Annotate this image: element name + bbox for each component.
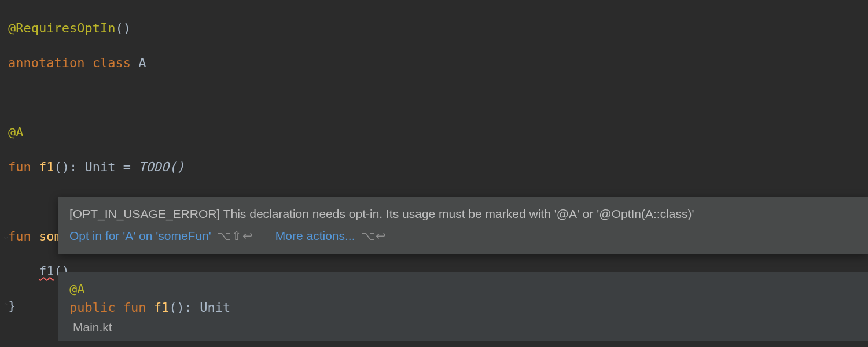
- annotation-token: @A: [69, 282, 85, 296]
- call-token: TODO: [138, 160, 169, 174]
- signature-token: (): Unit: [169, 300, 230, 315]
- keyword-token: fun: [8, 229, 31, 243]
- funcname-token: f1: [154, 300, 170, 315]
- keyword-token: fun: [8, 160, 31, 174]
- code-line[interactable]: @A: [0, 124, 868, 141]
- quick-doc-popup: @A public fun f1(): Unit Main.kt: [58, 272, 868, 341]
- annotation-token: @A: [8, 125, 24, 139]
- signature-token: (): Unit =: [54, 160, 139, 174]
- error-call-token[interactable]: f1: [39, 264, 54, 278]
- code-line[interactable]: annotation class A: [0, 54, 868, 72]
- inspection-message: [OPT_IN_USAGE_ERROR] This declaration ne…: [58, 197, 868, 226]
- funcname-token: f1: [39, 160, 54, 174]
- quickfix-optin-link[interactable]: Opt in for 'A' on 'someFun': [69, 229, 211, 243]
- gutter-fold-icon[interactable]: ⌵: [0, 228, 8, 245]
- gutter-fold-close-icon[interactable]: ⌃: [0, 297, 8, 315]
- paren-token: (): [169, 160, 185, 174]
- keyword-token: class: [93, 56, 131, 70]
- code-line[interactable]: fun f1(): Unit = TODO(): [0, 158, 868, 176]
- classname-token: A: [138, 56, 146, 70]
- keyword-token: public: [69, 300, 115, 315]
- shortcut-hint: ⌥↩: [361, 229, 387, 243]
- doc-source-file: Main.kt: [73, 318, 856, 337]
- annotation-token: @RequiresOptIn: [8, 21, 115, 35]
- keyword-token: fun: [123, 300, 146, 315]
- paren-token: (): [115, 21, 131, 35]
- more-actions-link[interactable]: More actions...: [275, 229, 355, 243]
- brace-token: }: [8, 298, 16, 313]
- shortcut-hint: ⌥⇧↩: [217, 229, 253, 243]
- code-line[interactable]: [0, 89, 868, 106]
- doc-signature: @A public fun f1(): Unit: [69, 280, 856, 317]
- keyword-token: annotation: [8, 56, 84, 70]
- indent: [8, 264, 39, 278]
- inspection-popup: [OPT_IN_USAGE_ERROR] This declaration ne…: [58, 197, 868, 254]
- code-line[interactable]: @RequiresOptIn(): [0, 20, 868, 37]
- inspection-actions-row: Opt in for 'A' on 'someFun' ⌥⇧↩ More act…: [58, 226, 868, 254]
